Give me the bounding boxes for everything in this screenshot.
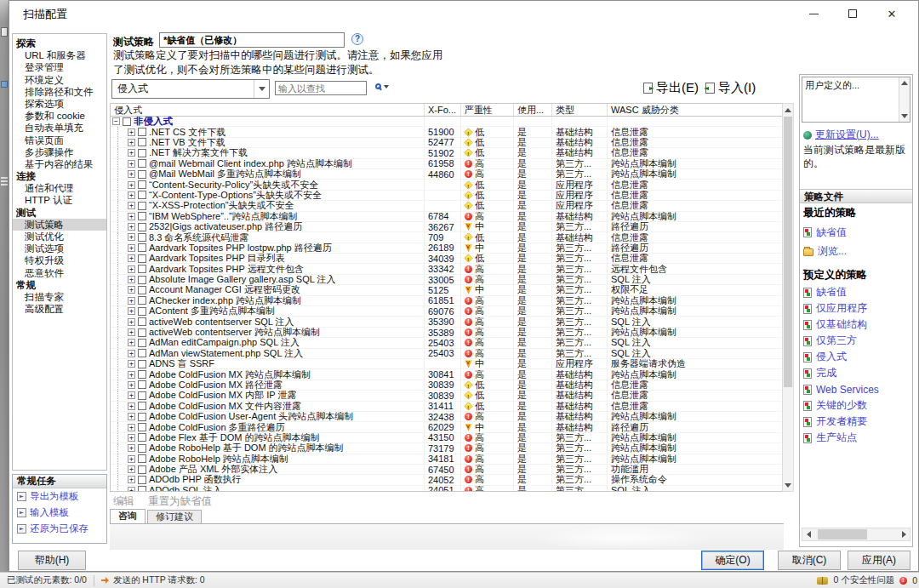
scroll-left-icon[interactable] (802, 528, 814, 540)
sidebar-item[interactable]: 扫描专家 (13, 291, 106, 303)
expand-icon[interactable]: + (128, 465, 135, 473)
row-checkbox[interactable] (138, 212, 146, 220)
expand-icon[interactable]: + (128, 286, 135, 294)
table-row[interactable]: +ADNS 盲 SSRF中是应用程序服务器端请求伪造 (111, 359, 784, 369)
scroll-down-icon[interactable] (783, 479, 793, 491)
sidebar-item[interactable]: 测试优化 (13, 231, 106, 243)
user-defined-box[interactable]: 用户定义的... (802, 77, 910, 123)
task-link[interactable]: 导出为模板 (13, 488, 106, 505)
row-checkbox[interactable] (138, 128, 146, 136)
predefined-policy-item[interactable]: 关键的少数 (803, 397, 879, 414)
search-button[interactable] (375, 83, 389, 89)
expand-icon[interactable]: + (128, 350, 135, 357)
expand-icon[interactable]: + (128, 424, 135, 431)
table-header[interactable]: 侵入式 X-Fo... 严重性 使用... 类型 WASC 威胁分类 (111, 104, 784, 117)
expand-icon[interactable]: + (128, 254, 135, 262)
edit-button[interactable]: 编辑 (113, 494, 134, 509)
tab-fix-recommendation[interactable]: 修订建议 (147, 510, 202, 523)
expand-icon[interactable]: + (128, 160, 135, 168)
row-checkbox[interactable] (138, 202, 146, 210)
sidebar-item[interactable]: 排除路径和文件 (13, 86, 106, 98)
table-row[interactable]: +AContent 多重跨站点脚本编制69076高是第三方...跨站点脚本编制 (111, 306, 784, 317)
table-vertical-scrollbar[interactable] (782, 103, 794, 492)
predefined-policy-item[interactable]: 完成 (803, 365, 879, 381)
sidebar-item[interactable]: URL 和服务器 (13, 49, 106, 61)
sidebar-item[interactable]: 恶意软件 (13, 267, 106, 279)
table-row[interactable]: +Adobe RoboHelp 基于 DOM 的跨站点脚本编制73179高是第三… (111, 443, 784, 454)
row-checkbox[interactable] (138, 243, 146, 252)
expand-icon[interactable]: + (128, 139, 135, 146)
scroll-up-icon[interactable] (783, 104, 793, 116)
expand-icon[interactable]: + (128, 487, 135, 492)
minimize-button[interactable] (794, 1, 833, 26)
row-checkbox[interactable] (138, 296, 146, 305)
row-checkbox[interactable] (138, 454, 146, 463)
expand-icon[interactable]: + (128, 265, 135, 273)
expand-icon[interactable]: + (128, 128, 135, 136)
sidebar-item[interactable]: 探索选项 (13, 98, 106, 110)
predefined-policy-item[interactable]: 生产站点 (803, 430, 879, 446)
expand-icon[interactable]: + (128, 276, 135, 283)
predefined-policy-item[interactable]: Web Services (803, 381, 879, 397)
expand-icon[interactable]: + (128, 244, 135, 252)
expand-icon[interactable]: + (128, 444, 135, 452)
column-header-severity[interactable]: 严重性 (461, 104, 514, 116)
column-header-xforce[interactable]: X-Fo... (425, 104, 461, 116)
task-link[interactable]: 输入模板 (13, 505, 106, 521)
row-checkbox[interactable] (138, 486, 146, 492)
expand-icon[interactable]: + (128, 297, 135, 305)
sidebar-item[interactable]: 测试策略 (13, 219, 106, 231)
table-row[interactable]: +.NET VB 文件下载52477低是基础结构信息泄露 (111, 138, 784, 148)
task-link[interactable]: 还原为已保存 (13, 521, 106, 537)
row-checkbox[interactable] (138, 391, 146, 400)
row-checkbox[interactable] (138, 349, 146, 357)
row-checkbox[interactable] (138, 317, 146, 326)
table-row[interactable]: +Aardvark Topsites PHP 目录列表34039低是第三方...… (111, 254, 784, 264)
predefined-policy-item[interactable]: 侵入式 (803, 349, 879, 365)
table-row[interactable]: +Aardvark Topsites PHP lostpw.php 路径遍历26… (111, 243, 784, 254)
sidebar-item[interactable]: 测试选项 (13, 243, 106, 254)
row-checkbox[interactable] (138, 265, 146, 273)
apply-button[interactable]: 应用(A) (848, 551, 910, 570)
table-row[interactable]: +Adobe ColdFusion 多重路径遍历62029中是基础结构路径遍历 (111, 422, 784, 432)
sidebar-item[interactable]: 登录管理 (13, 61, 106, 73)
help-button[interactable]: 帮助(H) (18, 551, 86, 570)
cancel-button[interactable]: 取消(C) (778, 551, 841, 570)
expand-icon[interactable]: + (128, 339, 135, 346)
predefined-policy-item[interactable]: 缺省值 (803, 284, 879, 300)
expand-icon[interactable]: + (128, 328, 135, 336)
export-button[interactable]: 导出(E) (643, 80, 699, 96)
row-checkbox[interactable] (138, 138, 146, 146)
row-checkbox[interactable] (138, 159, 146, 168)
table-row[interactable]: +.NET 解决方案文件下载51902低是基础结构信息泄露 (111, 148, 784, 158)
column-header-name[interactable]: 侵入式 (111, 104, 425, 116)
row-checkbox[interactable] (138, 254, 146, 263)
import-button[interactable]: 导入(I) (705, 80, 756, 96)
table-row[interactable]: +Adobe ColdFusion MX 跨站点脚本编制30841高是基础结构跨… (111, 369, 784, 380)
expand-icon[interactable]: + (128, 233, 135, 241)
row-checkbox[interactable] (138, 465, 146, 474)
expand-icon[interactable]: + (128, 202, 135, 209)
table-row[interactable]: +AdMan editCampaign.php SQL 注入25403高是第三方… (111, 338, 784, 348)
column-header-type[interactable]: 类型 (552, 104, 608, 116)
table-row[interactable]: +“X-Content-Type-Options”头缺失或不安全低是应用程序信息… (111, 191, 784, 201)
sidebar-item[interactable]: 参数和 cookie (13, 110, 106, 122)
tab-advisory[interactable]: 咨询 (110, 509, 146, 523)
table-row[interactable]: +Adobe Flex 基于 DOM 的跨站点脚本编制43150高是第三方...… (111, 433, 784, 443)
table-row[interactable]: +“X-XSS-Protection”头缺失或不安全低是应用程序信息泄露 (111, 201, 784, 211)
expand-icon[interactable]: + (128, 318, 135, 326)
expand-icon[interactable]: + (128, 455, 135, 463)
table-row[interactable]: +2532|Gigs activateuser.php 路径遍历36267中是第… (111, 222, 784, 232)
table-row[interactable]: +“Content-Security-Policy”头缺失或不安全低是应用程序信… (111, 180, 784, 190)
row-checkbox[interactable] (138, 370, 146, 379)
expand-icon[interactable]: + (128, 371, 135, 379)
row-checkbox[interactable] (138, 276, 146, 284)
sidebar-item[interactable]: 通信和代理 (13, 182, 106, 194)
ok-button[interactable]: 确定(O) (701, 551, 764, 570)
expand-icon[interactable]: + (128, 223, 135, 231)
reset-default-button[interactable]: 重置为缺省值 (148, 494, 212, 509)
update-settings-link[interactable]: 更新设置(U)... (815, 128, 879, 142)
sidebar-item[interactable]: 高级配置 (13, 303, 106, 315)
row-checkbox[interactable] (138, 360, 146, 368)
table-row[interactable]: +activeWeb contentserver 跨站点脚本编制35389高是第… (111, 328, 784, 338)
